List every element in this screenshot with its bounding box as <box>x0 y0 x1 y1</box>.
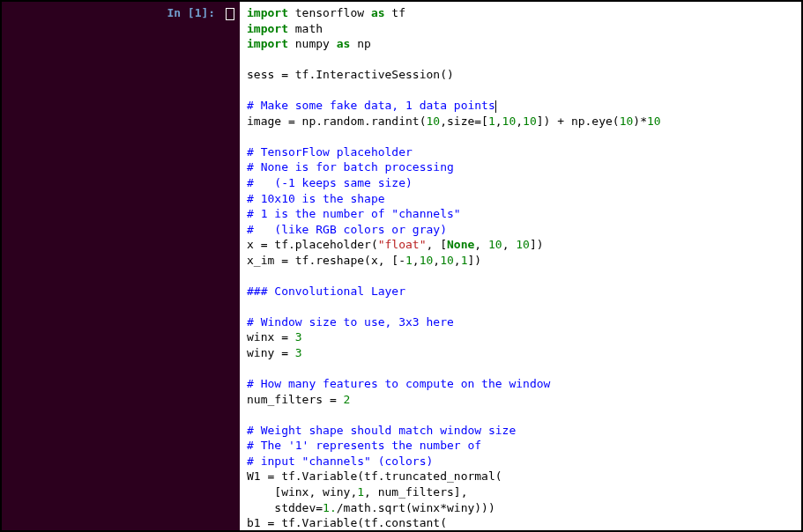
input-prompt-gutter: In [1]: <box>2 2 240 530</box>
text-cursor <box>495 100 496 113</box>
terminal-cursor <box>226 8 234 20</box>
notebook-cell: In [1]: import tensorflow as tf import m… <box>2 2 801 530</box>
code-editor[interactable]: import tensorflow as tf import math impo… <box>240 2 801 530</box>
input-prompt: In [1]: <box>167 6 222 19</box>
